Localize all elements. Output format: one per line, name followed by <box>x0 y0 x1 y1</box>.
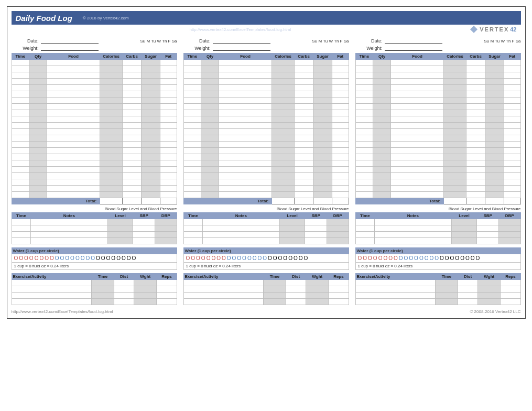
bp-row[interactable] <box>12 238 177 244</box>
food-cell[interactable] <box>201 116 219 123</box>
exercise-row[interactable] <box>183 280 349 286</box>
food-row[interactable] <box>183 72 349 79</box>
bp-cell[interactable] <box>477 219 499 225</box>
food-cell[interactable] <box>391 79 444 85</box>
food-cell[interactable] <box>47 167 100 173</box>
food-cell[interactable] <box>160 173 177 179</box>
food-cell[interactable] <box>47 116 100 123</box>
food-cell[interactable] <box>466 110 485 116</box>
exercise-cell[interactable] <box>183 280 263 286</box>
food-row[interactable] <box>12 160 177 167</box>
food-cell[interactable] <box>313 192 332 198</box>
food-cell[interactable] <box>160 186 177 192</box>
food-cell[interactable] <box>29 192 47 198</box>
food-cell[interactable] <box>295 72 313 79</box>
food-cell[interactable] <box>444 91 466 98</box>
bp-cell[interactable] <box>155 225 177 232</box>
food-cell[interactable] <box>183 186 201 192</box>
food-cell[interactable] <box>485 167 504 173</box>
bp-cell[interactable] <box>203 219 280 225</box>
food-cell[interactable] <box>391 116 444 123</box>
food-cell[interactable] <box>355 142 373 148</box>
exercise-cell[interactable] <box>329 293 349 299</box>
food-cell[interactable] <box>183 66 201 72</box>
food-cell[interactable] <box>332 110 349 116</box>
total-calories[interactable] <box>444 198 466 204</box>
exercise-cell[interactable] <box>263 299 286 305</box>
food-cell[interactable] <box>355 135 373 142</box>
bp-cell[interactable] <box>107 238 133 244</box>
food-cell[interactable] <box>355 66 373 72</box>
food-cell[interactable] <box>160 60 177 66</box>
date-input[interactable] <box>41 37 99 44</box>
food-cell[interactable] <box>444 72 466 79</box>
food-cell[interactable] <box>142 167 160 173</box>
food-cell[interactable] <box>272 66 295 72</box>
food-cell[interactable] <box>160 104 177 110</box>
food-cell[interactable] <box>29 167 47 173</box>
water-circles-row[interactable]: OOOOOOOOOOOOOOOOOOOOOOOO <box>183 254 349 263</box>
food-cell[interactable] <box>485 110 504 116</box>
food-cell[interactable] <box>313 179 332 186</box>
food-cell[interactable] <box>12 123 29 129</box>
food-cell[interactable] <box>142 104 160 110</box>
food-cell[interactable] <box>272 148 295 154</box>
food-cell[interactable] <box>123 154 142 160</box>
food-cell[interactable] <box>100 129 123 135</box>
food-cell[interactable] <box>201 110 219 116</box>
bp-cell[interactable] <box>203 225 280 232</box>
food-cell[interactable] <box>466 85 485 91</box>
food-cell[interactable] <box>160 160 177 167</box>
food-cell[interactable] <box>219 135 272 142</box>
bp-row[interactable] <box>355 232 520 238</box>
food-cell[interactable] <box>29 98 47 104</box>
exercise-cell[interactable] <box>91 293 114 299</box>
food-cell[interactable] <box>12 148 29 154</box>
food-cell[interactable] <box>12 116 29 123</box>
food-cell[interactable] <box>332 135 349 142</box>
food-cell[interactable] <box>373 85 391 91</box>
food-cell[interactable] <box>295 98 313 104</box>
food-cell[interactable] <box>201 123 219 129</box>
food-cell[interactable] <box>100 173 123 179</box>
bp-row[interactable] <box>183 219 349 225</box>
food-cell[interactable] <box>272 91 295 98</box>
food-cell[interactable] <box>29 60 47 66</box>
weight-input[interactable] <box>213 45 270 51</box>
food-cell[interactable] <box>355 98 373 104</box>
food-cell[interactable] <box>391 98 444 104</box>
total-carbs[interactable] <box>466 198 485 204</box>
food-cell[interactable] <box>504 72 521 79</box>
food-cell[interactable] <box>160 154 177 160</box>
food-cell[interactable] <box>219 91 272 98</box>
exercise-row[interactable] <box>183 299 349 305</box>
food-cell[interactable] <box>272 85 295 91</box>
food-cell[interactable] <box>295 66 313 72</box>
food-row[interactable] <box>355 110 520 116</box>
food-cell[interactable] <box>272 104 295 110</box>
bp-cell[interactable] <box>279 225 305 232</box>
food-cell[interactable] <box>504 123 521 129</box>
food-cell[interactable] <box>183 104 201 110</box>
food-row[interactable] <box>355 104 520 110</box>
bp-row[interactable] <box>183 232 349 238</box>
food-cell[interactable] <box>142 123 160 129</box>
food-cell[interactable] <box>123 186 142 192</box>
food-cell[interactable] <box>12 98 29 104</box>
food-cell[interactable] <box>142 85 160 91</box>
exercise-cell[interactable] <box>458 286 478 293</box>
exercise-row[interactable] <box>183 286 349 293</box>
food-cell[interactable] <box>444 148 466 154</box>
food-row[interactable] <box>183 79 349 85</box>
food-cell[interactable] <box>466 72 485 79</box>
food-cell[interactable] <box>47 173 100 179</box>
food-cell[interactable] <box>272 60 295 66</box>
food-cell[interactable] <box>391 85 444 91</box>
food-cell[interactable] <box>373 173 391 179</box>
bp-cell[interactable] <box>498 225 520 232</box>
total-carbs[interactable] <box>123 198 142 204</box>
exercise-cell[interactable] <box>501 280 520 286</box>
food-cell[interactable] <box>466 160 485 167</box>
food-row[interactable] <box>12 98 177 104</box>
food-row[interactable] <box>183 148 349 154</box>
